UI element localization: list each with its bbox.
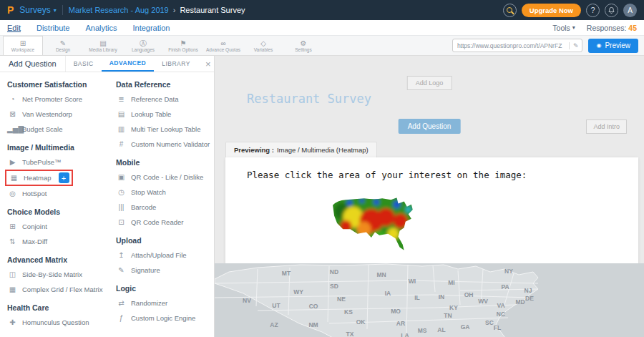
gauge-icon: ◔ bbox=[7, 95, 18, 103]
survey-title[interactable]: Restaurant Survey bbox=[247, 92, 371, 106]
question-type-conjoint[interactable]: ⊞Conjoint bbox=[7, 219, 47, 234]
map-state-de[interactable]: DE bbox=[525, 295, 534, 302]
question-type-budget-scale[interactable]: ▂▅▇Budget Scale bbox=[7, 122, 63, 137]
question-type-signature[interactable]: ✎Signature bbox=[116, 263, 160, 278]
question-type-van-westendorp[interactable]: ⊠Van Westendorp bbox=[7, 107, 72, 122]
questionpro-logo[interactable]: P bbox=[7, 5, 14, 15]
map-state-wi[interactable]: WI bbox=[409, 278, 416, 285]
map-state-va[interactable]: VA bbox=[497, 302, 504, 309]
toolbar-item-media-library[interactable]: ▤Media Library bbox=[83, 36, 123, 55]
survey-url-input[interactable] bbox=[453, 42, 569, 49]
question-type-side-by-side-matrix[interactable]: ◫Side-By-Side Matrix bbox=[7, 267, 82, 282]
map-state-nc[interactable]: NC bbox=[497, 311, 505, 318]
map-state-wv[interactable]: WV bbox=[478, 298, 488, 305]
toolbar-item-variables[interactable]: ◇Variables bbox=[243, 36, 283, 55]
panel-tab-basic[interactable]: BASIC bbox=[66, 56, 102, 72]
upgrade-now-button[interactable]: Upgrade Now bbox=[522, 4, 581, 17]
toolbar-item-languages[interactable]: ⒶLanguages bbox=[123, 36, 163, 55]
panel-tab-advanced[interactable]: ADVANCED bbox=[102, 56, 155, 72]
map-state-nm[interactable]: NM bbox=[308, 321, 318, 328]
map-state-sd[interactable]: SD bbox=[330, 283, 338, 290]
toolbar-item-settings[interactable]: ⚙Settings bbox=[283, 36, 323, 55]
map-state-nv[interactable]: NV bbox=[243, 297, 251, 304]
map-state-tx[interactable]: TX bbox=[346, 331, 354, 337]
nav-tab-integration[interactable]: Integration bbox=[132, 24, 170, 32]
panel-tab-library[interactable]: LIBRARY bbox=[154, 56, 198, 72]
map-state-ok[interactable]: OK bbox=[356, 318, 366, 326]
close-panel-button[interactable]: × bbox=[198, 56, 218, 72]
nav-tab-analytics[interactable]: Analytics bbox=[85, 24, 117, 32]
question-type-tubepulse[interactable]: ▶TubePulse™ bbox=[7, 155, 62, 170]
map-state-ks[interactable]: KS bbox=[344, 308, 353, 316]
help-button[interactable]: ? bbox=[586, 4, 600, 17]
tools-menu[interactable]: Tools ▾ bbox=[552, 24, 575, 32]
map-state-ky[interactable]: KY bbox=[449, 304, 458, 311]
search-button[interactable] bbox=[503, 4, 517, 17]
map-state-co[interactable]: CO bbox=[309, 303, 318, 310]
map-state-pa[interactable]: PA bbox=[501, 283, 509, 290]
map-state-mt[interactable]: MT bbox=[282, 270, 291, 277]
question-type-attach-upload-file[interactable]: ↥Attach/Upload File bbox=[116, 248, 187, 263]
preview-button[interactable]: ◉ Preview bbox=[588, 39, 638, 53]
map-state-az[interactable]: AZ bbox=[270, 321, 278, 328]
nav-tab-distribute[interactable]: Distribute bbox=[36, 24, 69, 32]
responses-count: 45 bbox=[628, 24, 637, 32]
usa-heatmap-image[interactable] bbox=[331, 195, 419, 253]
add-intro-button[interactable]: Add Intro bbox=[586, 119, 627, 134]
question-type-max-diff[interactable]: ⇅Max-Diff bbox=[7, 234, 47, 249]
breadcrumb-project[interactable]: Market Research - Aug 2019 bbox=[69, 6, 169, 14]
map-state-md[interactable]: MD bbox=[515, 298, 525, 306]
add-question-type-button[interactable]: + bbox=[59, 172, 69, 183]
add-logo-button[interactable]: Add Logo bbox=[407, 76, 452, 90]
map-state-ia[interactable]: IA bbox=[385, 290, 391, 297]
map-state-nj[interactable]: NJ bbox=[525, 287, 532, 294]
notifications-button[interactable] bbox=[605, 4, 618, 17]
design-icon: ✎ bbox=[60, 39, 66, 47]
map-state-sc[interactable]: SC bbox=[485, 319, 494, 326]
map-state-ga[interactable]: GA bbox=[461, 323, 470, 331]
map-state-fl[interactable]: FL bbox=[494, 324, 501, 331]
edit-url-icon[interactable]: ✎ bbox=[569, 42, 582, 49]
map-state-ar[interactable]: AR bbox=[396, 320, 405, 327]
question-type-multi-tier-lookup-table[interactable]: ▥Multi Tier Lookup Table bbox=[116, 122, 201, 137]
question-type-custom-numeric-validator[interactable]: #Custom Numeric Validator bbox=[116, 137, 210, 152]
map-state-mn[interactable]: MN bbox=[376, 271, 386, 278]
add-question-button[interactable]: Add Question bbox=[399, 119, 461, 134]
map-state-ms[interactable]: MS bbox=[418, 327, 427, 334]
avatar[interactable]: A bbox=[623, 4, 637, 17]
map-state-in[interactable]: IN bbox=[439, 293, 445, 301]
toolbar-item-design[interactable]: ✎Design bbox=[43, 36, 83, 55]
map-state-mo[interactable]: MO bbox=[391, 308, 401, 315]
map-state-tn[interactable]: TN bbox=[444, 312, 452, 319]
question-type-qr-code-reader[interactable]: ⊡QR Code Reader bbox=[116, 215, 183, 230]
question-type-stop-watch[interactable]: ◷Stop Watch bbox=[116, 185, 166, 200]
responses-summary[interactable]: Responses:45 bbox=[587, 24, 637, 32]
map-state-ny[interactable]: NY bbox=[504, 268, 513, 275]
question-type-homunculus-question[interactable]: ✚Homunculus Question bbox=[7, 315, 89, 330]
toolbar-item-finish-options[interactable]: ⚑Finish Options bbox=[163, 36, 203, 55]
question-type-hotspot[interactable]: ◎HotSpot bbox=[7, 186, 47, 201]
toolbar-item-advance-quotas[interactable]: ∞Advance Quotas bbox=[203, 36, 243, 55]
question-type-heatmap[interactable]: ▦Heatmap+ bbox=[5, 170, 73, 186]
map-state-wy[interactable]: WY bbox=[293, 288, 303, 296]
map-state-oh[interactable]: OH bbox=[464, 291, 474, 298]
map-state-mi[interactable]: MI bbox=[448, 279, 454, 286]
question-type-net-promoter-score[interactable]: ◔Net Promoter Score bbox=[7, 92, 82, 107]
question-type-reference-data[interactable]: ≣Reference Data bbox=[116, 92, 179, 107]
question-type-custom-logic-engine[interactable]: ƒCustom Logic Engine bbox=[116, 311, 195, 326]
surveys-menu[interactable]: Surveys ▾ bbox=[19, 5, 56, 15]
map-state-nd[interactable]: ND bbox=[330, 268, 338, 275]
toolbar-item-workspace[interactable]: ⊞Workspace bbox=[3, 36, 43, 55]
question-type-randomizer[interactable]: ⇄Randomizer bbox=[116, 296, 167, 311]
question-type-barcode[interactable]: |||Barcode bbox=[116, 200, 156, 215]
question-type-lookup-table[interactable]: ▤Lookup Table bbox=[116, 107, 171, 122]
map-state-il[interactable]: IL bbox=[414, 294, 420, 301]
question-type-complex-grid-flex-matrix[interactable]: ▦Complex Grid / Flex Matrix bbox=[7, 282, 102, 297]
map-state-la[interactable]: LA bbox=[401, 332, 409, 337]
nav-tab-edit[interactable]: Edit bbox=[7, 24, 21, 32]
map-state-al[interactable]: AL bbox=[437, 326, 445, 333]
question-type-qr-code-like-dislike[interactable]: ▣QR Code - Like / Dislike bbox=[116, 170, 203, 185]
map-state-ne[interactable]: NE bbox=[337, 296, 346, 303]
maxdiff-icon: ⇅ bbox=[7, 238, 18, 245]
map-state-ut[interactable]: UT bbox=[272, 302, 280, 309]
